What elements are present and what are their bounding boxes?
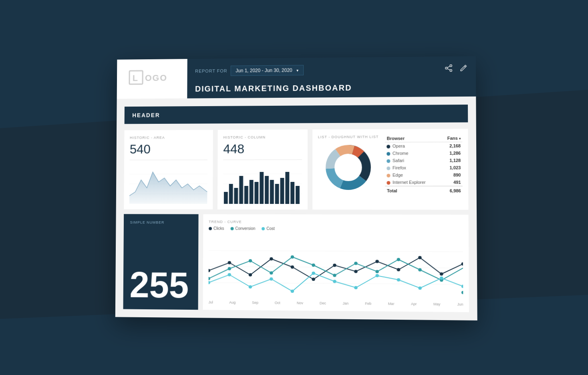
svg-point-65 (461, 290, 463, 294)
header-icons (445, 64, 467, 74)
svg-point-66 (208, 281, 210, 284)
svg-line-37 (209, 250, 463, 252)
historic-column-value: 448 (223, 141, 302, 156)
dashboard-title: DIGITAL MARKETING DASHBOARD (195, 82, 468, 93)
charts-row-1: HISTORIC - AREA 540 (124, 129, 468, 210)
svg-line-6 (447, 66, 450, 67)
svg-point-41 (228, 261, 231, 264)
svg-point-59 (333, 274, 336, 277)
svg-point-40 (208, 269, 210, 272)
edit-icon[interactable] (459, 64, 468, 74)
doughnut-left: LIST - DOUGHNUT WITH LIST (318, 135, 379, 204)
legend-label: Clicks (213, 226, 224, 230)
date-selector[interactable]: Jun 1, 2020 - Jun 30, 2020 ▾ (230, 65, 303, 76)
svg-point-46 (333, 264, 336, 267)
x-axis-label: Apr (411, 302, 417, 306)
browser-row: Safari 1,128 (385, 157, 463, 164)
browser-col-header: Browser (385, 134, 440, 142)
svg-point-69 (270, 277, 273, 280)
browser-row: Edge 890 (385, 171, 463, 178)
chevron-down-icon: ▾ (296, 68, 298, 72)
historic-area-title: HISTORIC - AREA (130, 135, 207, 140)
svg-point-63 (418, 268, 422, 271)
date-range-text: Jun 1, 2020 - Jun 30, 2020 (236, 67, 292, 73)
bottom-row: SIMPLE NUMBER 255 TREND - CURVE Clicks C… (123, 214, 469, 312)
svg-point-67 (228, 273, 231, 276)
x-axis-label: Nov (297, 301, 303, 305)
logo-area: L OGO (117, 59, 187, 99)
svg-point-58 (312, 263, 315, 266)
historic-area-card: HISTORIC - AREA 540 (124, 130, 213, 210)
trend-title: TREND - CURVE (209, 220, 463, 224)
total-label: Total (385, 186, 441, 194)
svg-line-39 (209, 282, 463, 284)
svg-line-38 (209, 266, 463, 268)
svg-point-78 (461, 284, 463, 288)
x-axis-label: Oct (275, 300, 280, 304)
browser-fans: 2,168 (440, 142, 462, 149)
dashboard-wrapper: L OGO REPORT FOR Jun 1, 2020 - Jun 30, 2… (115, 56, 477, 321)
area-chart (129, 164, 207, 204)
logo: L OGO (129, 67, 175, 90)
svg-point-73 (354, 286, 358, 289)
historic-column-title: HISTORIC - COLUMN (223, 135, 302, 139)
content-area: HEADER HISTORIC - AREA 540 (115, 96, 477, 320)
historic-column-card: HISTORIC - COLUMN 448 (217, 129, 308, 210)
x-axis-label: Sep (252, 300, 258, 304)
browser-fans: 890 (441, 171, 463, 178)
svg-point-50 (418, 256, 422, 259)
trend-card: TREND - CURVE Clicks Conversion Cost (203, 214, 469, 312)
svg-rect-21 (254, 182, 258, 204)
svg-point-45 (312, 277, 315, 280)
doughnut-right: Browser Fans ▾ Opera 2,168 (385, 134, 463, 204)
sort-arrow-icon[interactable]: ▾ (459, 137, 461, 140)
svg-point-55 (249, 259, 252, 262)
doughnut-card: LIST - DOUGHNUT WITH LIST (312, 129, 469, 210)
legend-item: Clicks (209, 226, 224, 230)
svg-point-4 (450, 69, 452, 71)
legend-label: Cost (266, 226, 275, 230)
browser-name: Opera (385, 142, 441, 149)
column-chart (223, 164, 302, 204)
trend-legend: Clicks Conversion Cost (209, 226, 463, 231)
svg-point-53 (208, 277, 210, 280)
svg-line-7 (447, 68, 450, 70)
simple-number-card: SIMPLE NUMBER 255 (123, 214, 199, 310)
doughnut-chart (322, 141, 375, 194)
section-header: HEADER (125, 105, 468, 124)
svg-point-75 (397, 278, 401, 281)
svg-point-76 (418, 286, 422, 290)
x-axis-label: May (433, 302, 440, 306)
svg-point-54 (228, 267, 231, 270)
share-icon[interactable] (445, 64, 453, 74)
svg-point-72 (333, 280, 336, 283)
report-label: REPORT FOR (195, 68, 227, 73)
svg-point-3 (450, 64, 452, 66)
browser-fans: 491 (441, 178, 463, 186)
date-selector-group: REPORT FOR Jun 1, 2020 - Jun 30, 2020 ▾ (195, 65, 303, 76)
svg-rect-15 (224, 192, 228, 204)
svg-point-60 (354, 262, 358, 265)
header-right: REPORT FOR Jun 1, 2020 - Jun 30, 2020 ▾ (187, 56, 476, 98)
x-axis-label: Jan (342, 301, 348, 305)
total-value: 6,986 (441, 186, 463, 194)
svg-rect-25 (275, 184, 279, 204)
svg-point-77 (440, 276, 443, 279)
svg-point-68 (249, 285, 252, 288)
svg-rect-23 (265, 176, 269, 204)
browser-row: Internet Explorer 491 (385, 178, 463, 186)
simple-number-title: SIMPLE NUMBER (130, 220, 192, 224)
browser-table: Browser Fans ▾ Opera 2,168 (385, 134, 462, 194)
legend-item: Cost (262, 226, 274, 230)
svg-rect-29 (296, 185, 300, 204)
svg-rect-18 (239, 176, 243, 204)
legend-item: Conversion (230, 226, 255, 230)
svg-point-36 (336, 155, 360, 179)
x-axis-label: Feb (365, 301, 371, 305)
svg-rect-16 (229, 184, 233, 204)
browser-name: Firefox (385, 164, 441, 171)
doughnut-title: LIST - DOUGHNUT WITH LIST (318, 135, 379, 139)
svg-rect-27 (285, 172, 289, 204)
svg-rect-22 (260, 172, 264, 204)
svg-rect-19 (244, 186, 248, 204)
